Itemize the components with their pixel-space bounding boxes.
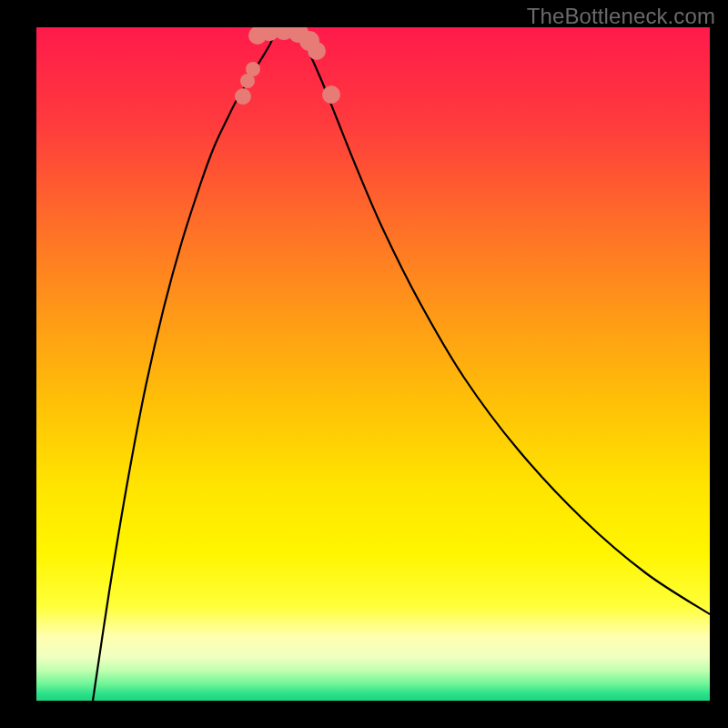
right-marker-1	[322, 86, 340, 104]
chart-svg	[36, 27, 710, 701]
floor-6	[308, 42, 326, 60]
chart-root: TheBottleneck.com	[0, 0, 728, 728]
left-marker-1	[235, 88, 251, 105]
gradient-background	[36, 27, 710, 701]
plot-area	[36, 27, 710, 701]
watermark-text: TheBottleneck.com	[527, 4, 715, 29]
left-marker-3	[246, 62, 260, 76]
